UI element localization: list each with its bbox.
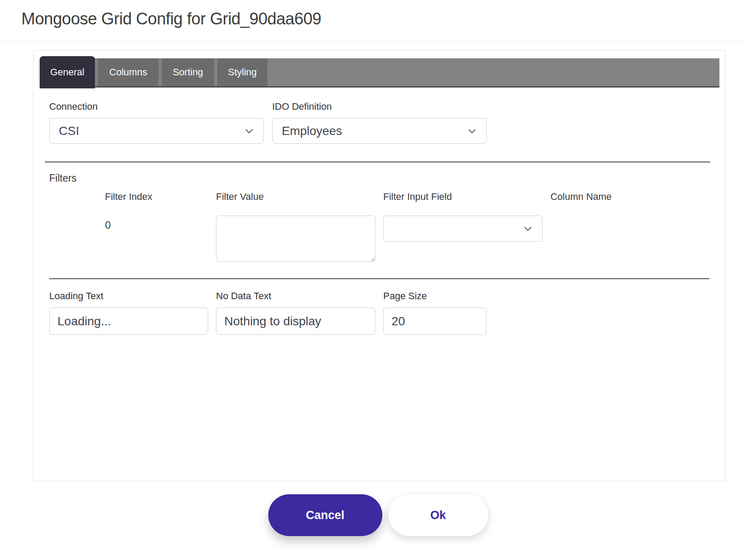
ido-definition-select[interactable]: Employees [272, 118, 487, 144]
filter-input-field-select[interactable] [383, 216, 543, 242]
tab-sorting[interactable]: Sorting [162, 58, 214, 86]
chevron-down-icon [466, 125, 478, 137]
connection-select[interactable]: CSI [49, 118, 264, 144]
filter-index-header: Filter Index [49, 191, 216, 202]
filter-value-cell [216, 216, 383, 263]
chevron-down-icon [522, 223, 533, 234]
connection-selected-value: CSI [59, 124, 79, 138]
title-divider [0, 42, 746, 42]
ido-definition-selected-value: Employees [282, 124, 342, 138]
filter-value-header: Filter Value [216, 191, 383, 202]
filters-section-label: Filters [49, 172, 716, 184]
cancel-button[interactable]: Cancel [268, 494, 382, 536]
page-size-input[interactable] [383, 307, 486, 335]
tab-styling[interactable]: Styling [217, 58, 267, 86]
loading-text-label: Loading Text [49, 290, 216, 302]
filter-row-index: 0 [49, 216, 216, 263]
chevron-down-icon [243, 125, 255, 137]
connection-field: Connection CSI [49, 101, 264, 144]
filters-table: Filter Index Filter Value Filter Input F… [49, 191, 716, 263]
filters-section-divider [45, 162, 710, 162]
options-inputs-row [49, 307, 716, 335]
page-title: Mongoose Grid Config for Grid_90daa609 [21, 10, 321, 28]
filter-value-textarea[interactable] [216, 216, 375, 262]
column-name-cell [550, 216, 716, 263]
grid-config-panel: General Columns Sorting Styling Connecti… [33, 50, 726, 481]
tab-bar: General Columns Sorting Styling [40, 58, 719, 88]
tab-general[interactable]: General [40, 56, 95, 88]
tab-columns[interactable]: Columns [98, 58, 159, 86]
no-data-text-input[interactable] [216, 307, 375, 335]
loading-text-input[interactable] [49, 307, 208, 335]
filter-input-field-header: Filter Input Field [383, 191, 550, 202]
filter-input-field-cell [383, 216, 550, 263]
connection-label: Connection [49, 101, 264, 112]
general-tab-content: Connection CSI IDO Definition Employees [49, 89, 716, 335]
dialog-actions: Cancel Ok [0, 494, 756, 536]
column-name-header: Column Name [550, 191, 716, 202]
options-labels-row: Loading Text No Data Text Page Size [49, 290, 716, 302]
no-data-text-label: No Data Text [216, 290, 383, 302]
options-section-divider [49, 278, 709, 279]
page-size-label: Page Size [383, 290, 716, 302]
ido-definition-field: IDO Definition Employees [272, 101, 487, 144]
connection-row: Connection CSI IDO Definition Employees [49, 101, 716, 144]
ok-button[interactable]: Ok [388, 494, 488, 536]
ido-definition-label: IDO Definition [272, 101, 487, 112]
